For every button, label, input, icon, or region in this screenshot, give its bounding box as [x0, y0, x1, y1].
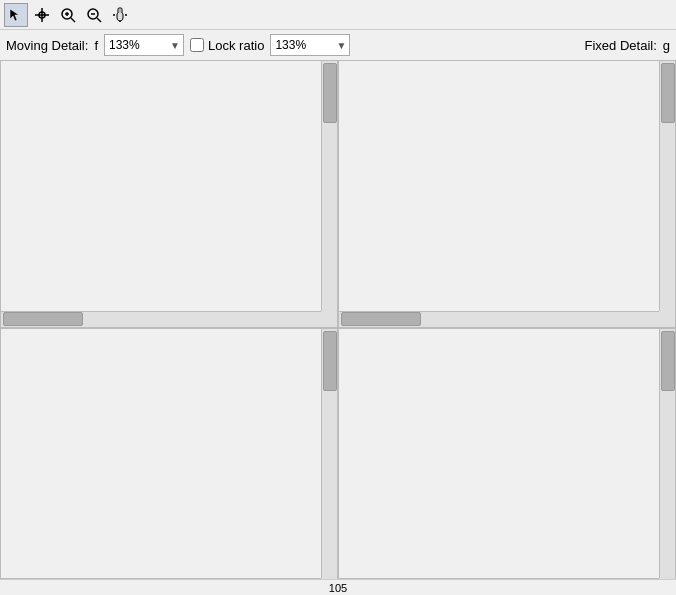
top-left-hscrollbar-thumb[interactable]	[3, 312, 83, 326]
top-right-vscrollbar[interactable]	[659, 61, 675, 311]
zoom-left-select[interactable]: 133% 100% 150% 200%	[104, 34, 184, 56]
crosshair-tool[interactable]	[30, 3, 54, 27]
top-right-vscrollbar-thumb[interactable]	[661, 63, 675, 123]
bottom-bar: 105	[0, 579, 676, 595]
svg-line-5	[71, 18, 75, 22]
zoom-right-wrapper[interactable]: 133% 100% 150% 200% ▼	[270, 34, 350, 56]
bottom-right-vscrollbar[interactable]	[659, 329, 675, 579]
bottom-left-vscrollbar[interactable]	[321, 329, 337, 579]
zoom-out-tool[interactable]	[82, 3, 106, 27]
moving-detail-value: f	[94, 38, 98, 53]
fixed-detail-label: Fixed Detail:	[585, 38, 657, 53]
bottom-right-vscrollbar-thumb[interactable]	[661, 331, 675, 391]
top-right-hscrollbar[interactable]	[339, 311, 659, 327]
zoom-in-tool[interactable]	[56, 3, 80, 27]
bottom-left-vscrollbar-thumb[interactable]	[323, 331, 337, 391]
top-left-vscrollbar[interactable]	[321, 61, 337, 311]
zoom-left-wrapper[interactable]: 133% 100% 150% 200% ▼	[104, 34, 184, 56]
top-right-panel[interactable]	[338, 60, 676, 328]
top-left-scrollbar-corner	[321, 311, 337, 327]
lock-ratio-label: Lock ratio	[208, 38, 264, 53]
moving-detail-label: Moving Detail:	[6, 38, 88, 53]
lock-ratio-checkbox[interactable]	[190, 38, 204, 52]
toolbar	[0, 0, 676, 30]
main-panels: 电影合成人工智能...	[0, 60, 676, 595]
zoom-right-select[interactable]: 133% 100% 150% 200%	[270, 34, 350, 56]
top-left-panel[interactable]	[0, 60, 338, 328]
top-right-scrollbar-corner	[659, 311, 675, 327]
svg-point-3	[41, 14, 43, 16]
top-left-vscrollbar-thumb[interactable]	[323, 63, 337, 123]
pointer-tool[interactable]	[4, 3, 28, 27]
header-row: Moving Detail: f 133% 100% 150% 200% ▼ L…	[0, 30, 676, 60]
svg-line-9	[97, 18, 101, 22]
bottom-left-panel[interactable]: 电影合成人工智能...	[0, 328, 338, 596]
lock-ratio-container: Lock ratio	[190, 38, 264, 53]
page-indicator: 105	[329, 582, 347, 594]
bottom-right-panel[interactable]: https://blog.csdn.net/Dujing2019	[338, 328, 676, 596]
top-left-hscrollbar[interactable]	[1, 311, 321, 327]
pan-tool[interactable]	[108, 3, 132, 27]
fixed-detail-value: g	[663, 38, 670, 53]
top-right-hscrollbar-thumb[interactable]	[341, 312, 421, 326]
